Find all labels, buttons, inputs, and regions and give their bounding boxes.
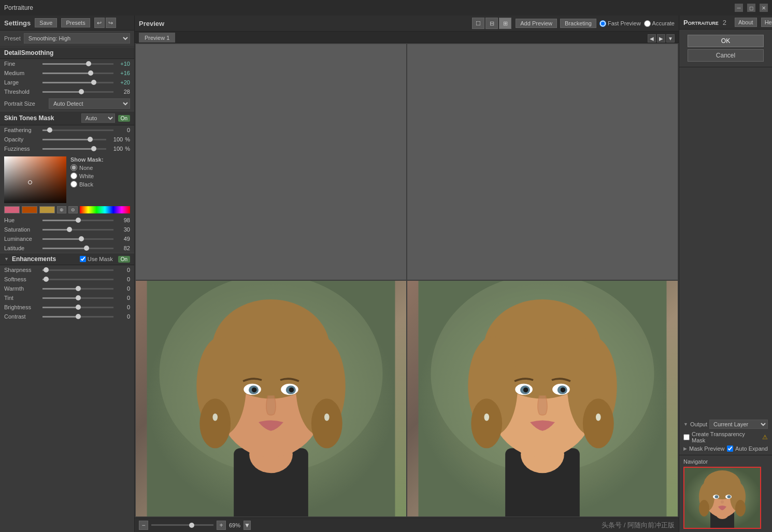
softness-slider[interactable] bbox=[42, 279, 113, 280]
show-mask-none-label: None bbox=[79, 165, 93, 171]
tab-next-button[interactable]: ▶ bbox=[657, 34, 665, 42]
large-label: Large bbox=[4, 79, 40, 85]
presets-button[interactable]: Presets bbox=[61, 18, 90, 27]
warmth-slider[interactable] bbox=[42, 288, 113, 290]
show-mask-black-label: Black bbox=[79, 181, 93, 188]
portrait-size-select[interactable]: Auto Detect Small Medium Large bbox=[49, 98, 130, 109]
undo-button[interactable]: ↩ bbox=[94, 18, 105, 28]
svg-point-16 bbox=[212, 413, 218, 421]
output-collapse-icon[interactable]: ▼ bbox=[683, 422, 688, 427]
minus-swatch-button[interactable]: ⊖ bbox=[68, 206, 78, 213]
large-slider[interactable] bbox=[42, 82, 113, 83]
eyedropper-button[interactable]: ⊕ bbox=[57, 206, 66, 213]
mask-preview-row: ▶ Mask Preview Auto Expand bbox=[683, 445, 768, 452]
fine-slider[interactable] bbox=[42, 63, 113, 65]
enhancements-collapse-icon[interactable]: ▼ bbox=[4, 256, 9, 262]
preset-select[interactable]: Smoothing: High Smoothing: Low Smoothing… bbox=[24, 33, 130, 44]
brightness-value: 0 bbox=[116, 304, 130, 310]
warmth-value: 0 bbox=[116, 285, 130, 292]
zoom-slider[interactable] bbox=[151, 524, 213, 526]
center-panel: Preview ☐ ⊟ ⊞ Add Preview Bracketing Fas… bbox=[135, 16, 679, 532]
color-crosshair bbox=[28, 180, 32, 184]
latitude-slider[interactable] bbox=[42, 248, 113, 249]
use-mask-checkbox[interactable] bbox=[80, 256, 86, 262]
sharpness-slider-row: Sharpness 0 bbox=[0, 265, 134, 275]
view-single-button[interactable]: ☐ bbox=[472, 18, 484, 29]
accurate-radio-row[interactable]: Accurate bbox=[644, 20, 675, 27]
show-mask-white-radio[interactable] bbox=[70, 172, 77, 179]
svg-point-32 bbox=[523, 387, 528, 393]
ok-button[interactable]: OK bbox=[688, 35, 764, 47]
opacity-slider[interactable] bbox=[42, 139, 106, 140]
brightness-slider[interactable] bbox=[42, 307, 113, 308]
feathering-value: 0 bbox=[116, 127, 130, 133]
tint-slider[interactable] bbox=[42, 297, 113, 299]
create-transparency-checkbox[interactable] bbox=[683, 434, 690, 440]
restore-button[interactable]: ◻ bbox=[747, 4, 755, 12]
zoom-out-button[interactable]: − bbox=[139, 521, 148, 530]
preview-tab-1[interactable]: Preview 1 bbox=[139, 33, 175, 42]
color-gradient[interactable] bbox=[4, 156, 66, 203]
show-mask-white-row[interactable]: White bbox=[70, 172, 104, 179]
left-header: Settings Save Presets ↩ ↪ bbox=[0, 16, 134, 31]
saturation-slider[interactable] bbox=[42, 229, 113, 231]
zoom-dropdown-button[interactable]: ▼ bbox=[244, 521, 251, 530]
auto-expand-checkbox[interactable] bbox=[727, 445, 733, 452]
view-split-button[interactable]: ⊟ bbox=[485, 18, 498, 29]
help-button[interactable]: Help bbox=[761, 18, 772, 27]
tab-prev-button[interactable]: ◀ bbox=[648, 34, 656, 42]
view-buttons: ☐ ⊟ ⊞ bbox=[472, 18, 511, 29]
fuzziness-pct: % bbox=[125, 146, 130, 152]
navigator-thumbnail[interactable] bbox=[683, 467, 761, 529]
hue-slider[interactable] bbox=[42, 220, 113, 221]
show-mask-none-radio[interactable] bbox=[70, 164, 77, 171]
luminance-slider-row: Luminance 49 bbox=[0, 234, 134, 243]
output-select[interactable]: Current Layer New Layer Background bbox=[709, 420, 768, 429]
skin-tones-label: Skin Tones Mask bbox=[4, 114, 78, 122]
sharpness-slider[interactable] bbox=[42, 269, 113, 271]
show-mask-none-row[interactable]: None bbox=[70, 164, 104, 171]
skin-tones-header: Skin Tones Mask Auto Manual On bbox=[0, 111, 134, 125]
view-quad-button[interactable]: ⊞ bbox=[499, 18, 511, 29]
softness-value: 0 bbox=[116, 276, 130, 282]
show-mask-black-radio[interactable] bbox=[70, 181, 77, 188]
threshold-label: Threshold bbox=[4, 89, 40, 95]
fast-preview-radio[interactable] bbox=[599, 20, 606, 27]
about-button[interactable]: About bbox=[735, 18, 757, 27]
bracketing-button[interactable]: Bracketing bbox=[560, 19, 596, 28]
threshold-slider[interactable] bbox=[42, 91, 113, 93]
color-swatch-orange[interactable] bbox=[22, 206, 37, 213]
close-button[interactable]: ✕ bbox=[760, 4, 768, 12]
save-button[interactable]: Save bbox=[35, 18, 57, 27]
color-swatch-tan[interactable] bbox=[39, 206, 55, 213]
medium-slider-row: Medium +16 bbox=[0, 68, 134, 78]
accurate-radio[interactable] bbox=[644, 20, 651, 27]
mask-preview-expand-icon[interactable]: ▶ bbox=[683, 446, 687, 451]
luminance-slider[interactable] bbox=[42, 238, 113, 240]
color-swatches: ⊕ ⊖ bbox=[0, 206, 134, 215]
zoom-thumb[interactable] bbox=[189, 523, 194, 528]
luminance-value: 49 bbox=[116, 236, 130, 242]
skin-tones-mode-select[interactable]: Auto Manual bbox=[81, 113, 115, 123]
use-mask-label: Use Mask bbox=[88, 256, 113, 262]
add-preview-button[interactable]: Add Preview bbox=[516, 19, 557, 28]
tab-menu-button[interactable]: ▼ bbox=[666, 34, 675, 42]
hue-bar[interactable] bbox=[80, 206, 130, 213]
medium-slider[interactable] bbox=[42, 73, 113, 74]
cancel-button[interactable]: Cancel bbox=[688, 49, 764, 62]
svg-point-14 bbox=[252, 387, 257, 393]
history-buttons: ↩ ↪ bbox=[94, 18, 116, 28]
fuzziness-slider[interactable] bbox=[42, 148, 106, 150]
fine-value: +10 bbox=[116, 61, 130, 67]
show-mask-black-row[interactable]: Black bbox=[70, 181, 104, 188]
contrast-slider[interactable] bbox=[42, 316, 113, 318]
portrait-original bbox=[136, 281, 406, 516]
minimize-button[interactable]: ─ bbox=[735, 4, 743, 12]
saturation-slider-row: Saturation 30 bbox=[0, 225, 134, 234]
zoom-in-button[interactable]: + bbox=[217, 521, 226, 530]
color-swatch-pink[interactable] bbox=[4, 206, 20, 213]
feathering-slider[interactable] bbox=[42, 130, 113, 131]
fast-preview-radio-row[interactable]: Fast Preview bbox=[599, 20, 641, 27]
svg-point-33 bbox=[561, 387, 566, 393]
redo-button[interactable]: ↪ bbox=[106, 18, 116, 28]
